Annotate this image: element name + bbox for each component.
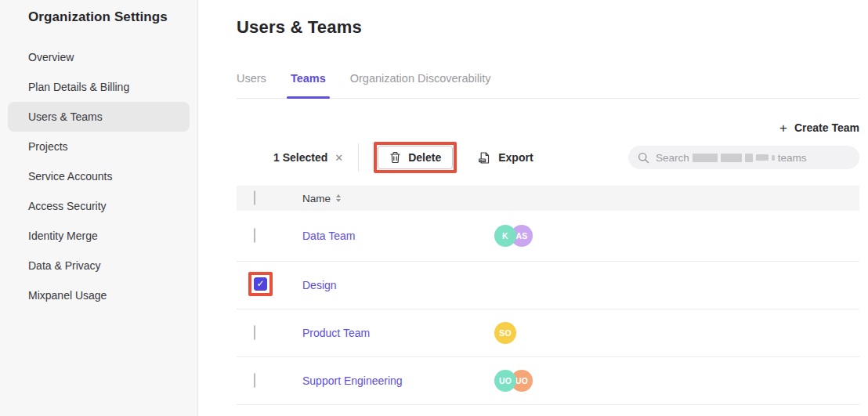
row-checkbox-support-engineering[interactable] (254, 373, 255, 388)
row-checkbox-design[interactable] (254, 277, 267, 291)
search-placeholder: Search teams (656, 152, 807, 164)
trash-icon (389, 151, 401, 164)
row-checkbox-product-team[interactable] (254, 325, 255, 340)
selected-count-label: 1 Selected (273, 151, 327, 164)
row-checkbox-data-team[interactable] (254, 228, 255, 243)
actions-row: + Create Team (237, 120, 859, 136)
delete-button-highlight-annotation: Delete (374, 142, 457, 173)
sort-icon[interactable] (336, 194, 341, 202)
plus-icon: + (779, 121, 787, 135)
tab-users[interactable]: Users (237, 72, 266, 98)
clear-selection-icon[interactable]: ✕ (335, 152, 343, 164)
sidebar-item-mixpanel-usage[interactable]: Mixpanel Usage (0, 280, 197, 310)
selected-count: 1 Selected ✕ (273, 151, 343, 164)
name-column-header: Name (302, 193, 494, 204)
teams-table: Name Data Team K AS (237, 186, 859, 405)
sidebar-item-projects[interactable]: Projects (0, 132, 197, 161)
delete-button[interactable]: Delete (378, 146, 453, 169)
avatar: UO (494, 370, 516, 392)
redacted-text-block (772, 155, 775, 161)
member-avatars: SO (494, 322, 859, 344)
team-link-design[interactable]: Design (302, 279, 337, 291)
search-input[interactable]: Search teams (628, 146, 859, 169)
table-row: Product Team SO (237, 309, 859, 357)
sidebar-item-overview[interactable]: Overview (0, 42, 197, 72)
sidebar-item-data-privacy[interactable]: Data & Privacy (0, 251, 197, 280)
svg-text:CSV: CSV (479, 159, 486, 162)
team-link-support-engineering[interactable]: Support Engineering (302, 374, 403, 387)
tab-organization-discoverability[interactable]: Organization Discoverability (350, 72, 491, 98)
team-link-product-team[interactable]: Product Team (302, 327, 370, 339)
team-link-data-team[interactable]: Data Team (302, 230, 355, 242)
select-all-checkbox[interactable] (254, 190, 255, 205)
sidebar-item-users-teams[interactable]: Users & Teams (8, 102, 190, 132)
export-button-label: Export (498, 151, 533, 164)
sidebar-item-identity-merge[interactable]: Identity Merge (0, 221, 197, 251)
tab-bar: Users Teams Organization Discoverability (237, 72, 859, 99)
sidebar-nav: Overview Plan Details & Billing Users & … (0, 42, 197, 310)
checkbox-highlight-annotation (248, 272, 273, 296)
table-header-row: Name (237, 186, 859, 211)
redacted-text-block (693, 154, 718, 162)
table-row: Design (237, 262, 859, 309)
toolbar-divider (358, 143, 359, 172)
organization-settings-page: Organization Settings Overview Plan Deta… (0, 0, 868, 416)
sidebar-title: Organization Settings (0, 0, 197, 25)
sidebar-item-access-security[interactable]: Access Security (0, 191, 197, 221)
table-row: Support Engineering UO UO (237, 357, 859, 405)
search-icon (638, 152, 649, 164)
member-avatars: UO UO (494, 370, 859, 392)
avatar: SO (494, 322, 516, 344)
avatar: K (494, 225, 516, 247)
tab-teams[interactable]: Teams (291, 72, 326, 98)
main-content: Users & Teams Users Teams Organization D… (198, 0, 868, 416)
sidebar: Organization Settings Overview Plan Deta… (0, 0, 198, 416)
create-team-label: Create Team (794, 121, 859, 134)
redacted-text-block (756, 154, 769, 161)
sidebar-item-service-accounts[interactable]: Service Accounts (0, 161, 197, 191)
redacted-text-block (721, 154, 742, 162)
sidebar-item-plan-details-billing[interactable]: Plan Details & Billing (0, 72, 197, 102)
selection-toolbar: 1 Selected ✕ Delete CSV (237, 139, 859, 175)
page-title: Users & Teams (237, 17, 859, 38)
export-button[interactable]: CSV Export (478, 151, 533, 165)
table-row: Data Team K AS (237, 211, 859, 262)
redacted-text-block (745, 154, 753, 162)
csv-file-icon: CSV (478, 151, 491, 165)
create-team-button[interactable]: + Create Team (779, 121, 859, 135)
member-avatars: K AS (494, 225, 859, 247)
delete-button-label: Delete (408, 151, 441, 164)
